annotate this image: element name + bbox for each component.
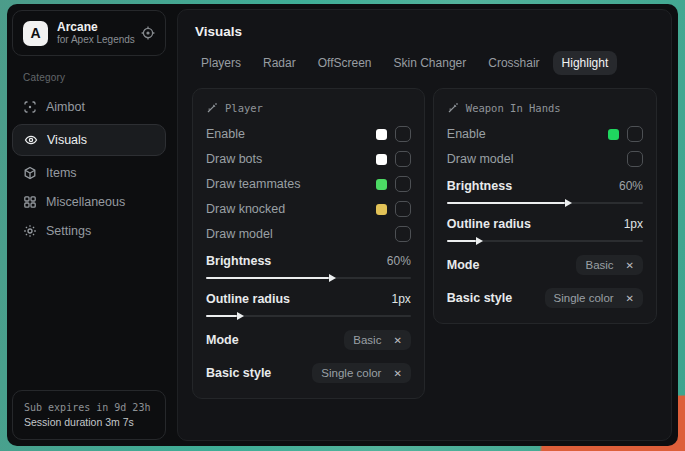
draw-bots-checkbox[interactable] xyxy=(395,151,411,167)
color-swatch[interactable] xyxy=(376,204,387,215)
color-swatch[interactable] xyxy=(376,154,387,165)
app-logo: A xyxy=(23,21,48,46)
tag-value: Single color xyxy=(321,367,381,379)
color-swatch[interactable] xyxy=(376,129,387,140)
app-title: Arcane xyxy=(57,20,132,34)
tab-skin-changer[interactable]: Skin Changer xyxy=(385,51,476,75)
select-label: Mode xyxy=(206,333,239,347)
gear-icon xyxy=(22,224,37,238)
outline-radius-slider[interactable] xyxy=(447,240,643,242)
main-panel: Visuals Players Radar OffScreen Skin Cha… xyxy=(177,9,672,441)
slider-value: 60% xyxy=(619,179,643,193)
draw-model-checkbox[interactable] xyxy=(627,151,643,167)
brightness-slider[interactable] xyxy=(447,202,643,204)
tab-crosshair[interactable]: Crosshair xyxy=(479,51,548,75)
mode-select-row: Mode Basic ✕ xyxy=(447,255,643,275)
tab-content: Player Enable Draw bots xyxy=(192,88,657,399)
toggle-label: Draw bots xyxy=(206,152,262,166)
package-icon xyxy=(22,166,37,180)
sidebar: A Arcane for Apex Legends Category Aimbo xyxy=(7,4,171,446)
toggle-row-draw-knocked: Draw knocked xyxy=(206,201,411,217)
crosshair-icon xyxy=(22,100,37,114)
outline-radius-slider-block: Outline radius 1px xyxy=(447,217,643,242)
outline-radius-slider[interactable] xyxy=(206,315,411,317)
tab-players[interactable]: Players xyxy=(192,51,250,75)
tab-offscreen[interactable]: OffScreen xyxy=(309,51,381,75)
toggle-row-enable: Enable xyxy=(447,126,643,142)
sidebar-item-items[interactable]: Items xyxy=(12,159,166,187)
sidebar-item-label: Visuals xyxy=(47,133,87,147)
toggle-row-draw-model: Draw model xyxy=(206,226,411,242)
tab-bar: Players Radar OffScreen Skin Changer Cro… xyxy=(192,51,657,75)
subscription-info: Sub expires in 9d 23h Session duration 3… xyxy=(12,390,166,440)
mode-tag[interactable]: Basic ✕ xyxy=(344,330,411,350)
mode-select-row: Mode Basic ✕ xyxy=(206,330,411,350)
close-icon[interactable]: ✕ xyxy=(393,368,401,379)
basic-style-tag[interactable]: Single color ✕ xyxy=(545,288,643,308)
tag-value: Single color xyxy=(554,292,614,304)
draw-model-checkbox[interactable] xyxy=(395,226,411,242)
app-subtitle: for Apex Legends xyxy=(57,34,132,46)
brightness-slider[interactable] xyxy=(206,277,411,279)
sidebar-item-label: Miscellaneous xyxy=(46,195,125,209)
color-swatch[interactable] xyxy=(608,129,619,140)
outline-radius-slider-block: Outline radius 1px xyxy=(206,292,411,317)
color-swatch[interactable] xyxy=(376,179,387,190)
sidebar-item-label: Settings xyxy=(46,224,91,238)
slider-label: Brightness xyxy=(447,179,512,193)
enable-checkbox[interactable] xyxy=(627,126,643,142)
brightness-slider-block: Brightness 60% xyxy=(447,179,643,204)
draw-teammates-checkbox[interactable] xyxy=(395,176,411,192)
sidebar-item-settings[interactable]: Settings xyxy=(12,217,166,245)
draw-knocked-checkbox[interactable] xyxy=(395,201,411,217)
wand-icon xyxy=(206,102,218,114)
select-label: Mode xyxy=(447,258,480,272)
select-label: Basic style xyxy=(206,366,271,380)
select-label: Basic style xyxy=(447,291,512,305)
tag-value: Basic xyxy=(353,334,381,346)
mode-tag[interactable]: Basic ✕ xyxy=(576,255,643,275)
sidebar-item-aimbot[interactable]: Aimbot xyxy=(12,93,166,121)
wand-icon xyxy=(447,102,459,114)
player-panel: Player Enable Draw bots xyxy=(192,88,425,399)
panel-title: Weapon In Hands xyxy=(466,102,561,114)
sidebar-item-miscellaneous[interactable]: Miscellaneous xyxy=(12,188,166,216)
slider-thumb[interactable] xyxy=(329,274,336,282)
category-label: Category xyxy=(23,72,166,83)
slider-label: Outline radius xyxy=(206,292,290,306)
toggle-label: Draw knocked xyxy=(206,202,285,216)
sidebar-item-label: Items xyxy=(46,166,77,180)
toggle-label: Draw model xyxy=(447,152,514,166)
sidebar-header: A Arcane for Apex Legends xyxy=(12,10,166,56)
close-icon[interactable]: ✕ xyxy=(626,260,634,271)
sub-expires-text: Sub expires in 9d 23h xyxy=(24,400,154,415)
panel-title: Player xyxy=(225,102,263,114)
slider-thumb[interactable] xyxy=(476,237,483,245)
slider-value: 1px xyxy=(391,292,410,306)
basic-style-tag[interactable]: Single color ✕ xyxy=(312,363,410,383)
close-icon[interactable]: ✕ xyxy=(393,335,401,346)
close-icon[interactable]: ✕ xyxy=(626,293,634,304)
weapon-in-hands-panel: Weapon In Hands Enable Draw model xyxy=(433,88,657,324)
tab-radar[interactable]: Radar xyxy=(254,51,305,75)
slider-thumb[interactable] xyxy=(237,312,244,320)
slider-label: Outline radius xyxy=(447,217,531,231)
toggle-row-draw-teammates: Draw teammates xyxy=(206,176,411,192)
brightness-slider-block: Brightness 60% xyxy=(206,254,411,279)
sidebar-item-visuals[interactable]: Visuals xyxy=(12,124,166,156)
toggle-row-draw-bots: Draw bots xyxy=(206,151,411,167)
toggle-row-draw-model: Draw model xyxy=(447,151,643,167)
app-window: A Arcane for Apex Legends Category Aimbo xyxy=(7,4,678,446)
basic-style-select-row: Basic style Single color ✕ xyxy=(447,288,643,308)
session-duration-text: Session duration 3m 7s xyxy=(24,415,154,430)
enable-checkbox[interactable] xyxy=(395,126,411,142)
slider-value: 60% xyxy=(387,254,411,268)
slider-value: 1px xyxy=(624,217,643,231)
sidebar-item-label: Aimbot xyxy=(46,100,85,114)
basic-style-select-row: Basic style Single color ✕ xyxy=(206,363,411,383)
slider-thumb[interactable] xyxy=(565,199,572,207)
eye-icon xyxy=(23,133,38,147)
toggle-row-enable: Enable xyxy=(206,126,411,142)
tab-highlight[interactable]: Highlight xyxy=(553,51,618,75)
target-icon[interactable] xyxy=(141,26,155,40)
